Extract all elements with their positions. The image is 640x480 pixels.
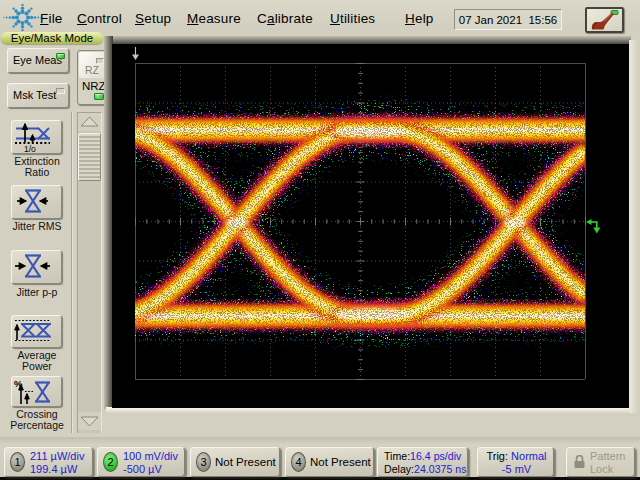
svg-text:1/o: 1/o — [24, 144, 36, 153]
